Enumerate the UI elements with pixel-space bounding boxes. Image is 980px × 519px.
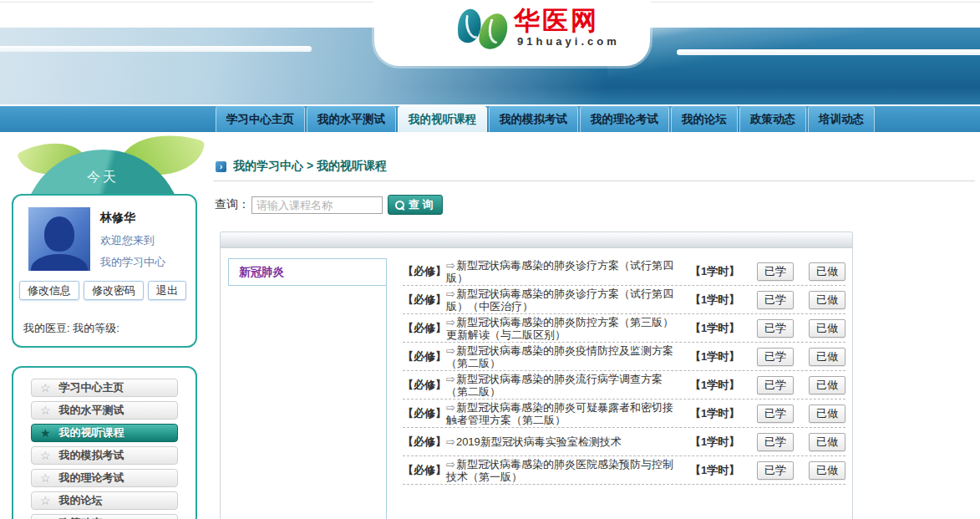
- profile-action-button[interactable]: 修改信息: [19, 281, 79, 300]
- course-title-link[interactable]: 新型冠状病毒感染的肺炎诊疗方案（试行第四版）（中医治疗）: [446, 287, 678, 313]
- wave-highlight-right: [607, 28, 980, 104]
- sidebar-menu-item-label: 我的视听课程: [59, 425, 124, 440]
- sidebar-menu-item-label: 政策动态: [59, 516, 103, 519]
- sidebar-menu-item[interactable]: 我的水平测试: [31, 401, 178, 420]
- done-button[interactable]: 已做: [809, 291, 845, 309]
- learned-button[interactable]: 已学: [757, 461, 794, 480]
- category-tab-covid[interactable]: 新冠肺炎: [228, 258, 387, 286]
- nav-tab[interactable]: 我的视听课程: [398, 106, 487, 132]
- course-table-header-bar: [221, 232, 852, 248]
- done-button[interactable]: 已做: [809, 262, 845, 281]
- wave-stripe-left: [0, 46, 312, 52]
- course-title-link[interactable]: 新型冠状病毒感染的肺炎诊疗方案（试行第四版）: [446, 259, 678, 284]
- site-logo[interactable]: 华医网 91huayi.com: [455, 5, 620, 50]
- course-row: 【必修】 新型冠状病毒感染的肺炎诊疗方案（试行第四版） 【1学时】 已学 已做: [403, 257, 845, 286]
- nav-tab[interactable]: 学习中心主页: [216, 106, 305, 132]
- logo-leaves-icon: [455, 5, 509, 50]
- nav-tab-label: 我的水平测试: [317, 113, 385, 125]
- page: 华医网 91huayi.com 学习中心主页 我的水平测试 我的视听课程 我的模…: [0, 0, 980, 519]
- nav-tab[interactable]: 我的水平测试: [307, 106, 396, 132]
- course-search: 查询： 查 询: [215, 195, 443, 215]
- sidebar-menu-item-label: 学习中心主页: [59, 380, 124, 395]
- nav-tab-label: 我的模拟考试: [500, 113, 567, 125]
- nav-tab-label: 培训动态: [819, 113, 864, 125]
- nav-tab-label: 我的视听课程: [409, 113, 476, 125]
- star-icon: [40, 472, 51, 484]
- course-hours: 【1学时】: [690, 264, 744, 279]
- search-label: 查询：: [215, 197, 250, 212]
- course-required-tag: 【必修】: [403, 378, 446, 393]
- course-hours: 【1学时】: [690, 349, 744, 364]
- learned-button[interactable]: 已学: [757, 262, 794, 281]
- learned-button[interactable]: 已学: [757, 291, 794, 309]
- welcome-line2: 我的学习中心: [100, 255, 165, 270]
- sidebar-menu-item-label: 我的理论考试: [59, 471, 124, 486]
- course-title-link[interactable]: 新型冠状病毒感染的肺炎防控方案（第三版）更新解读（与二版区别）: [446, 316, 678, 341]
- breadcrumb-arrow-icon: ›: [216, 161, 226, 172]
- course-row: 【必修】 新型冠状病毒感染的肺炎疫情防控及监测方案（第二版） 【1学时】 已学 …: [403, 343, 845, 371]
- profile-action-button[interactable]: 修改密码: [84, 281, 144, 300]
- course-hours: 【1学时】: [690, 293, 744, 308]
- breadcrumb: › 我的学习中心 > 我的视听课程: [216, 159, 387, 174]
- course-hours: 【1学时】: [690, 406, 744, 421]
- learned-button[interactable]: 已学: [757, 433, 794, 451]
- search-input[interactable]: [251, 196, 383, 214]
- learned-button[interactable]: 已学: [757, 348, 794, 366]
- learned-button[interactable]: 已学: [757, 319, 794, 338]
- course-title-link[interactable]: 新型冠状病毒感染的肺炎流行病学调查方案（第二版）: [446, 373, 678, 398]
- nav-tab[interactable]: 政策动态: [739, 106, 806, 132]
- nav-tab[interactable]: 培训动态: [808, 106, 875, 132]
- course-required-tag: 【必修】: [403, 435, 446, 450]
- done-button[interactable]: 已做: [809, 433, 845, 451]
- done-button[interactable]: 已做: [809, 405, 845, 423]
- learned-button[interactable]: 已学: [757, 376, 794, 394]
- learned-button[interactable]: 已学: [757, 405, 794, 423]
- sidebar-menu-item-label: 我的论坛: [59, 493, 103, 508]
- logo-leaf-green-icon: [479, 13, 509, 50]
- sidebar-menu-item[interactable]: 我的视听课程: [31, 424, 178, 442]
- course-title-link[interactable]: 新型冠状病毒感染的肺炎疫情防控及监测方案（第二版）: [446, 344, 678, 369]
- star-icon: [40, 427, 51, 439]
- course-title-link[interactable]: 新型冠状病毒感染的肺炎医院感染预防与控制技术（第一版）: [446, 458, 678, 483]
- star-icon: [40, 450, 51, 461]
- sidebar-menu-item[interactable]: 政策动态: [31, 514, 178, 519]
- course-row: 【必修】 新型冠状病毒感染的肺炎防控方案（第三版）更新解读（与二版区别） 【1学…: [403, 314, 845, 343]
- sidebar-menu-item[interactable]: 我的模拟考试: [31, 446, 178, 465]
- course-row: 【必修】 新型冠状病毒感染的肺炎可疑暴露者和密切接触者管理方案（第二版） 【1学…: [403, 399, 845, 428]
- breadcrumb-divider: [213, 181, 975, 181]
- course-hours: 【1学时】: [690, 321, 744, 336]
- done-button[interactable]: 已做: [809, 319, 845, 338]
- brand-domain: 91huayi.com: [514, 36, 620, 48]
- course-title-link[interactable]: 新型冠状病毒感染的肺炎可疑暴露者和密切接触者管理方案（第二版）: [446, 401, 678, 426]
- nav-tab[interactable]: 我的模拟考试: [489, 106, 578, 132]
- wave-stripe-right: [677, 49, 980, 55]
- done-button[interactable]: 已做: [809, 376, 845, 394]
- course-required-tag: 【必修】: [403, 321, 446, 336]
- profile-action-button[interactable]: 退出: [148, 281, 186, 300]
- welcome-line1: 欢迎您来到: [100, 233, 155, 248]
- course-hours: 【1学时】: [690, 378, 744, 393]
- nav-tab-label: 我的论坛: [682, 113, 727, 125]
- sidebar-menu-item-label: 我的模拟考试: [59, 448, 124, 463]
- course-table: 新冠肺炎 【必修】 新型冠状病毒感染的肺炎诊疗方案（试行第四版） 【1学时】 已…: [220, 232, 853, 519]
- search-icon: [395, 201, 404, 210]
- search-button[interactable]: 查 询: [388, 195, 443, 215]
- profile-card: 林修华 欢迎您来到 我的学习中心 修改信息修改密码退出 我的医豆: 我的等级:: [12, 194, 197, 348]
- breadcrumb-text: 我的学习中心 > 我的视听课程: [233, 159, 387, 174]
- course-required-tag: 【必修】: [403, 293, 446, 308]
- course-required-tag: 【必修】: [403, 463, 446, 478]
- course-required-tag: 【必修】: [403, 406, 446, 421]
- sidebar-menu-item[interactable]: 学习中心主页: [31, 379, 178, 397]
- done-button[interactable]: 已做: [809, 461, 845, 480]
- sidebar-menu-item[interactable]: 我的理论考试: [31, 469, 178, 487]
- star-icon: [40, 495, 51, 506]
- sidebar-menu-item[interactable]: 我的论坛: [31, 491, 178, 510]
- course-title-link[interactable]: 2019新型冠状病毒实验室检测技术: [446, 435, 678, 448]
- today-label: 今天: [87, 169, 119, 186]
- nav-tab[interactable]: 我的论坛: [671, 106, 738, 132]
- logo-text: 华医网 91huayi.com: [514, 8, 620, 47]
- nav-tab[interactable]: 我的理论考试: [580, 106, 669, 132]
- sidebar-menu: 学习中心主页 我的水平测试 我的视听课程 我的模拟考试 我的理论考试 我的论坛 …: [12, 366, 197, 519]
- done-button[interactable]: 已做: [809, 348, 845, 366]
- nav-tab-label: 我的理论考试: [591, 113, 658, 125]
